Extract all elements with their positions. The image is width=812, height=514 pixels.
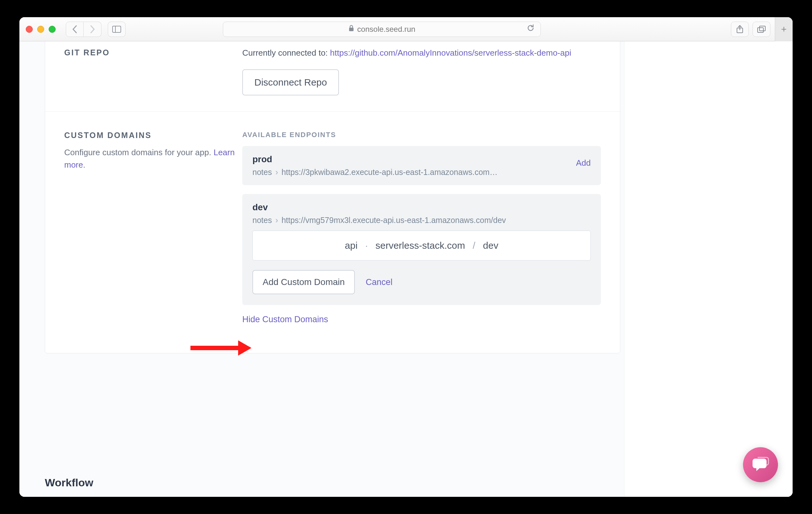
- nav-buttons: [66, 22, 102, 37]
- custom-domains-section: CUSTOM DOMAINS Configure custom domains …: [45, 111, 620, 340]
- cancel-link[interactable]: Cancel: [366, 277, 392, 287]
- chevron-right-icon: ›: [275, 168, 280, 176]
- url-text: console.seed.run: [357, 25, 415, 34]
- workflow-heading: Workflow: [45, 477, 93, 489]
- browser-window: console.seed.run + GIT REPO: [20, 17, 792, 497]
- hide-custom-domains-link[interactable]: Hide Custom Domains: [242, 315, 601, 324]
- add-custom-domain-button[interactable]: Add Custom Domain: [253, 270, 355, 294]
- back-button[interactable]: [66, 22, 84, 37]
- domain-form-actions: Add Custom Domain Cancel: [253, 270, 591, 294]
- svg-rect-4: [758, 28, 763, 32]
- toolbar-right: [731, 22, 770, 37]
- endpoint-name: dev: [253, 202, 591, 212]
- custom-domains-heading: CUSTOM DOMAINS: [64, 131, 242, 140]
- endpoint-prod: prod notes › https://3pkwibawa2.execute-…: [242, 146, 601, 185]
- subdomain-field[interactable]: api: [345, 240, 358, 251]
- share-button[interactable]: [731, 22, 749, 37]
- endpoint-url: https://3pkwibawa2.execute-api.us-east-1…: [281, 168, 498, 176]
- git-connected-text: Currently connected to: https://github.c…: [242, 48, 601, 58]
- svg-rect-0: [113, 26, 121, 32]
- chat-icon: [752, 457, 769, 473]
- repo-link[interactable]: https://github.com/AnomalyInnovations/se…: [330, 48, 571, 58]
- close-window-icon[interactable]: [26, 26, 33, 33]
- endpoint-service: notes: [253, 216, 272, 225]
- endpoint-url-row: notes › https://vmg579mx3l.execute-api.u…: [253, 216, 591, 225]
- period: .: [83, 160, 85, 170]
- git-repo-section: GIT REPO Currently connected to: https:/…: [45, 41, 620, 111]
- titlebar: console.seed.run +: [20, 17, 792, 41]
- description-text: Configure custom domains for your app.: [64, 148, 214, 157]
- endpoint-url-row: notes › https://3pkwibawa2.execute-api.u…: [253, 168, 591, 177]
- available-endpoints-heading: AVAILABLE ENDPOINTS: [242, 131, 601, 139]
- window-controls: [26, 26, 56, 33]
- tabs-button[interactable]: [753, 22, 770, 37]
- chat-fab-button[interactable]: [743, 447, 778, 482]
- annotation-arrow: [191, 340, 252, 355]
- new-tab-button[interactable]: +: [775, 17, 792, 41]
- domain-field[interactable]: serverless-stack.com: [375, 240, 465, 251]
- connected-label: Currently connected to:: [242, 48, 330, 58]
- svg-rect-2: [349, 28, 353, 31]
- page-content: GIT REPO Currently connected to: https:/…: [20, 41, 792, 497]
- endpoint-add-link[interactable]: Add: [576, 158, 591, 168]
- custom-domain-input[interactable]: api · serverless-stack.com / dev: [253, 231, 591, 260]
- disconnect-repo-button[interactable]: Disconnect Repo: [242, 69, 339, 95]
- slash-separator: /: [473, 240, 475, 251]
- endpoint-url: https://vmg579mx3l.execute-api.us-east-1…: [281, 216, 506, 225]
- endpoint-service: notes: [253, 168, 272, 176]
- chevron-right-icon: ›: [275, 216, 280, 225]
- custom-domains-description: Configure custom domains for your app. L…: [64, 146, 242, 171]
- endpoint-name: prod: [253, 154, 591, 165]
- endpoint-dev: dev notes › https://vmg579mx3l.execute-a…: [242, 194, 601, 305]
- address-bar[interactable]: console.seed.run: [223, 22, 541, 37]
- sidebar-toggle-button[interactable]: [108, 22, 125, 37]
- maximize-window-icon[interactable]: [49, 26, 56, 33]
- forward-button[interactable]: [84, 22, 102, 37]
- arrow-line: [191, 346, 238, 350]
- lock-icon: [348, 25, 354, 34]
- git-repo-heading: GIT REPO: [64, 48, 242, 57]
- reload-icon[interactable]: [526, 24, 535, 34]
- minimize-window-icon[interactable]: [37, 26, 44, 33]
- settings-card: GIT REPO Currently connected to: https:/…: [45, 41, 620, 353]
- arrow-head-icon: [238, 340, 252, 355]
- path-field[interactable]: dev: [483, 240, 498, 251]
- right-sidebar: [624, 41, 792, 497]
- dot-separator: ·: [365, 240, 368, 251]
- svg-rect-5: [759, 26, 765, 31]
